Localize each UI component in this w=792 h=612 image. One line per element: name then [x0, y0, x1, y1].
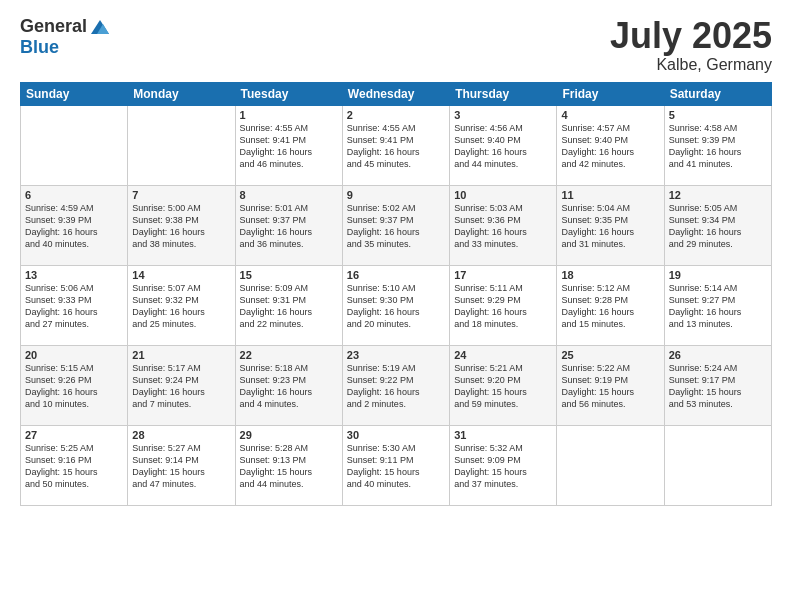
- calendar-cell: 29Sunrise: 5:28 AM Sunset: 9:13 PM Dayli…: [235, 425, 342, 505]
- calendar-cell: 13Sunrise: 5:06 AM Sunset: 9:33 PM Dayli…: [21, 265, 128, 345]
- col-saturday: Saturday: [664, 82, 771, 105]
- day-number: 14: [132, 269, 230, 281]
- col-friday: Friday: [557, 82, 664, 105]
- day-number: 25: [561, 349, 659, 361]
- day-info: Sunrise: 5:15 AM Sunset: 9:26 PM Dayligh…: [25, 362, 123, 411]
- calendar-cell: 7Sunrise: 5:00 AM Sunset: 9:38 PM Daylig…: [128, 185, 235, 265]
- day-number: 19: [669, 269, 767, 281]
- day-number: 13: [25, 269, 123, 281]
- day-number: 22: [240, 349, 338, 361]
- calendar-cell: [664, 425, 771, 505]
- day-info: Sunrise: 5:24 AM Sunset: 9:17 PM Dayligh…: [669, 362, 767, 411]
- calendar-cell: 10Sunrise: 5:03 AM Sunset: 9:36 PM Dayli…: [450, 185, 557, 265]
- header: General Blue July 2025 Kalbe, Germany: [20, 16, 772, 74]
- day-info: Sunrise: 4:56 AM Sunset: 9:40 PM Dayligh…: [454, 122, 552, 171]
- day-info: Sunrise: 5:04 AM Sunset: 9:35 PM Dayligh…: [561, 202, 659, 251]
- day-number: 12: [669, 189, 767, 201]
- calendar-week-2: 6Sunrise: 4:59 AM Sunset: 9:39 PM Daylig…: [21, 185, 772, 265]
- day-number: 5: [669, 109, 767, 121]
- day-number: 7: [132, 189, 230, 201]
- col-thursday: Thursday: [450, 82, 557, 105]
- calendar-cell: 3Sunrise: 4:56 AM Sunset: 9:40 PM Daylig…: [450, 105, 557, 185]
- calendar-cell: 17Sunrise: 5:11 AM Sunset: 9:29 PM Dayli…: [450, 265, 557, 345]
- logo-blue-text: Blue: [20, 37, 59, 58]
- logo-general-text: General: [20, 16, 87, 37]
- day-info: Sunrise: 4:58 AM Sunset: 9:39 PM Dayligh…: [669, 122, 767, 171]
- day-info: Sunrise: 4:55 AM Sunset: 9:41 PM Dayligh…: [347, 122, 445, 171]
- day-info: Sunrise: 5:21 AM Sunset: 9:20 PM Dayligh…: [454, 362, 552, 411]
- day-number: 11: [561, 189, 659, 201]
- col-wednesday: Wednesday: [342, 82, 449, 105]
- day-number: 10: [454, 189, 552, 201]
- day-info: Sunrise: 5:03 AM Sunset: 9:36 PM Dayligh…: [454, 202, 552, 251]
- day-info: Sunrise: 5:30 AM Sunset: 9:11 PM Dayligh…: [347, 442, 445, 491]
- day-number: 24: [454, 349, 552, 361]
- calendar-table: Sunday Monday Tuesday Wednesday Thursday…: [20, 82, 772, 506]
- calendar-cell: 4Sunrise: 4:57 AM Sunset: 9:40 PM Daylig…: [557, 105, 664, 185]
- day-number: 20: [25, 349, 123, 361]
- calendar-cell: 2Sunrise: 4:55 AM Sunset: 9:41 PM Daylig…: [342, 105, 449, 185]
- calendar-cell: 26Sunrise: 5:24 AM Sunset: 9:17 PM Dayli…: [664, 345, 771, 425]
- day-info: Sunrise: 5:25 AM Sunset: 9:16 PM Dayligh…: [25, 442, 123, 491]
- day-number: 29: [240, 429, 338, 441]
- calendar-cell: 20Sunrise: 5:15 AM Sunset: 9:26 PM Dayli…: [21, 345, 128, 425]
- day-number: 4: [561, 109, 659, 121]
- title-section: July 2025 Kalbe, Germany: [610, 16, 772, 74]
- day-info: Sunrise: 5:01 AM Sunset: 9:37 PM Dayligh…: [240, 202, 338, 251]
- header-row: Sunday Monday Tuesday Wednesday Thursday…: [21, 82, 772, 105]
- day-info: Sunrise: 5:18 AM Sunset: 9:23 PM Dayligh…: [240, 362, 338, 411]
- day-info: Sunrise: 5:12 AM Sunset: 9:28 PM Dayligh…: [561, 282, 659, 331]
- day-info: Sunrise: 5:14 AM Sunset: 9:27 PM Dayligh…: [669, 282, 767, 331]
- day-number: 9: [347, 189, 445, 201]
- calendar-cell: 11Sunrise: 5:04 AM Sunset: 9:35 PM Dayli…: [557, 185, 664, 265]
- calendar-cell: 31Sunrise: 5:32 AM Sunset: 9:09 PM Dayli…: [450, 425, 557, 505]
- day-number: 1: [240, 109, 338, 121]
- day-info: Sunrise: 5:32 AM Sunset: 9:09 PM Dayligh…: [454, 442, 552, 491]
- calendar-week-3: 13Sunrise: 5:06 AM Sunset: 9:33 PM Dayli…: [21, 265, 772, 345]
- calendar-cell: 18Sunrise: 5:12 AM Sunset: 9:28 PM Dayli…: [557, 265, 664, 345]
- calendar-cell: 19Sunrise: 5:14 AM Sunset: 9:27 PM Dayli…: [664, 265, 771, 345]
- calendar-cell: 8Sunrise: 5:01 AM Sunset: 9:37 PM Daylig…: [235, 185, 342, 265]
- day-info: Sunrise: 5:28 AM Sunset: 9:13 PM Dayligh…: [240, 442, 338, 491]
- calendar-cell: 22Sunrise: 5:18 AM Sunset: 9:23 PM Dayli…: [235, 345, 342, 425]
- day-number: 6: [25, 189, 123, 201]
- day-info: Sunrise: 5:06 AM Sunset: 9:33 PM Dayligh…: [25, 282, 123, 331]
- logo-icon: [89, 18, 111, 36]
- calendar-cell: 14Sunrise: 5:07 AM Sunset: 9:32 PM Dayli…: [128, 265, 235, 345]
- day-info: Sunrise: 5:02 AM Sunset: 9:37 PM Dayligh…: [347, 202, 445, 251]
- calendar-cell: 25Sunrise: 5:22 AM Sunset: 9:19 PM Dayli…: [557, 345, 664, 425]
- day-info: Sunrise: 5:22 AM Sunset: 9:19 PM Dayligh…: [561, 362, 659, 411]
- calendar-week-4: 20Sunrise: 5:15 AM Sunset: 9:26 PM Dayli…: [21, 345, 772, 425]
- calendar-cell: 9Sunrise: 5:02 AM Sunset: 9:37 PM Daylig…: [342, 185, 449, 265]
- calendar-cell: 27Sunrise: 5:25 AM Sunset: 9:16 PM Dayli…: [21, 425, 128, 505]
- day-number: 30: [347, 429, 445, 441]
- col-monday: Monday: [128, 82, 235, 105]
- location: Kalbe, Germany: [610, 56, 772, 74]
- day-number: 3: [454, 109, 552, 121]
- calendar-cell: 15Sunrise: 5:09 AM Sunset: 9:31 PM Dayli…: [235, 265, 342, 345]
- calendar-cell: 21Sunrise: 5:17 AM Sunset: 9:24 PM Dayli…: [128, 345, 235, 425]
- day-number: 2: [347, 109, 445, 121]
- calendar-cell: 28Sunrise: 5:27 AM Sunset: 9:14 PM Dayli…: [128, 425, 235, 505]
- day-info: Sunrise: 5:10 AM Sunset: 9:30 PM Dayligh…: [347, 282, 445, 331]
- day-info: Sunrise: 5:05 AM Sunset: 9:34 PM Dayligh…: [669, 202, 767, 251]
- day-info: Sunrise: 5:19 AM Sunset: 9:22 PM Dayligh…: [347, 362, 445, 411]
- calendar-cell: 23Sunrise: 5:19 AM Sunset: 9:22 PM Dayli…: [342, 345, 449, 425]
- day-number: 15: [240, 269, 338, 281]
- calendar-cell: 1Sunrise: 4:55 AM Sunset: 9:41 PM Daylig…: [235, 105, 342, 185]
- page: General Blue July 2025 Kalbe, Germany Su…: [0, 0, 792, 612]
- day-number: 31: [454, 429, 552, 441]
- calendar-cell: [21, 105, 128, 185]
- day-number: 26: [669, 349, 767, 361]
- col-tuesday: Tuesday: [235, 82, 342, 105]
- calendar-cell: [128, 105, 235, 185]
- month-title: July 2025: [610, 16, 772, 56]
- logo: General Blue: [20, 16, 111, 58]
- calendar-cell: 16Sunrise: 5:10 AM Sunset: 9:30 PM Dayli…: [342, 265, 449, 345]
- calendar-week-5: 27Sunrise: 5:25 AM Sunset: 9:16 PM Dayli…: [21, 425, 772, 505]
- day-number: 21: [132, 349, 230, 361]
- day-number: 17: [454, 269, 552, 281]
- day-number: 16: [347, 269, 445, 281]
- calendar-cell: 5Sunrise: 4:58 AM Sunset: 9:39 PM Daylig…: [664, 105, 771, 185]
- day-info: Sunrise: 5:07 AM Sunset: 9:32 PM Dayligh…: [132, 282, 230, 331]
